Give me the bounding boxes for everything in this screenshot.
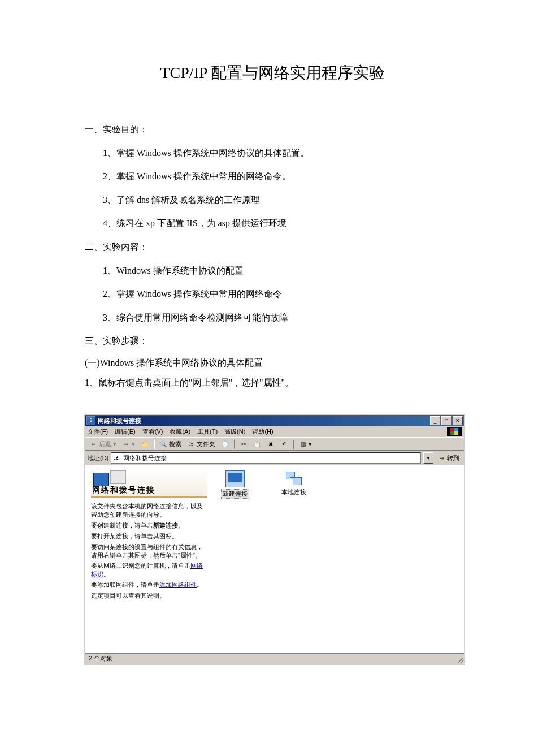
resize-handle[interactable] (456, 656, 463, 663)
left-pane-header: 网络和拨号连接 (91, 468, 207, 498)
addressbar: 地址(D) 🖧 网络和拨号连接 ▼ ➡ 转到 (85, 451, 464, 465)
document-icon (110, 470, 126, 484)
close-button[interactable]: ✕ (453, 416, 463, 425)
statusbar-text: 2 个对象 (89, 654, 112, 663)
s2-item-2: 2、掌握 Windows 操作系统中常用的网络命令 (85, 282, 461, 306)
dropdown-icon: ▾ (113, 440, 116, 448)
add-component-link[interactable]: 添加网络组件 (159, 581, 197, 588)
menu-adv[interactable]: 高级(N) (224, 427, 245, 436)
new-connection-item[interactable]: 新建连接 (217, 470, 253, 499)
s3-sub2: 1、鼠标右键点击桌面上的"网上邻居"，选择"属性"。 (85, 373, 461, 392)
address-label: 地址(D) (88, 454, 108, 463)
address-combobox[interactable]: 🖧 网络和拨号连接 (111, 452, 421, 464)
dropdown-icon: ▾ (132, 440, 135, 448)
section2-heading: 二、实验内容： (85, 235, 461, 259)
views-button[interactable]: ▥▾ (297, 440, 314, 449)
up-button[interactable]: 📁 (139, 440, 150, 449)
left-p4: 要访问某连接的设置与组件的有关信息，请用右键单击其图标，然后单击"属性"。 (91, 543, 207, 560)
left-info-pane: 网络和拨号连接 该文件夹包含本机的网络连接信息，以及帮助您创建新连接的向导。 要… (85, 465, 212, 653)
menu-help[interactable]: 帮助(H) (252, 427, 273, 436)
toolbar: ⬅ 后退 ▾ ➡ ▾ 📁 🔍 搜索 🗂 文件夹 🕘 (85, 438, 464, 451)
delete-button[interactable]: ✖ (265, 440, 276, 449)
menu-edit[interactable]: 编辑(E) (115, 427, 136, 436)
left-p3: 要打开某连接，请单击其图标。 (91, 532, 207, 541)
back-arrow-icon: ⬅ (89, 440, 97, 448)
section3-heading: 三、实验步骤： (85, 329, 461, 353)
statusbar: 2 个对象 (85, 653, 464, 664)
window-title-text: 网络和拨号连接 (98, 417, 430, 425)
move-icon: ✂ (240, 440, 248, 448)
s1-item-4: 4、练习在 xp 下配置 IIS，为 asp 提供运行环境 (85, 211, 461, 235)
dropdown-icon: ▾ (309, 440, 312, 448)
folder-up-icon: 📁 (141, 440, 149, 448)
local-connection-icon (285, 470, 303, 486)
search-icon: 🔍 (159, 440, 167, 448)
s2-item-3: 3、综合使用常用网络命令检测网络可能的故障 (85, 306, 461, 330)
copy-icon: 📋 (253, 440, 261, 448)
back-button[interactable]: ⬅ 后退 ▾ (88, 439, 118, 449)
forward-arrow-icon: ➡ (122, 440, 130, 448)
back-label: 后退 (99, 440, 111, 448)
minimize-button[interactable]: _ (430, 416, 440, 425)
s1-item-2: 2、掌握 Windows 操作系统中常用的网络命令。 (85, 165, 461, 188)
local-connection-label: 本地连接 (281, 488, 306, 496)
menu-view[interactable]: 查看(V) (142, 427, 163, 436)
monitor-icon (93, 473, 109, 486)
history-button[interactable]: 🕘 (219, 440, 231, 449)
address-dropdown-button[interactable]: ▼ (423, 452, 433, 464)
s2-item-1: 1、Windows 操作系统中协议的配置 (85, 259, 461, 283)
window-titlebar[interactable]: 🖧 网络和拨号连接 _ □ ✕ (85, 416, 464, 426)
left-p6: 要添加联网组件，请单击添加网络组件。 (91, 581, 207, 589)
section1-heading: 一、实验目的： (85, 118, 461, 141)
search-button[interactable]: 🔍 搜索 (158, 439, 183, 449)
folders-label: 文件夹 (197, 440, 215, 448)
search-label: 搜索 (169, 440, 181, 448)
menu-fav[interactable]: 收藏(A) (170, 427, 190, 436)
menu-tools[interactable]: 工具(T) (197, 427, 218, 436)
undo-icon: ↶ (280, 440, 288, 448)
history-icon: 🕘 (221, 440, 229, 448)
network-connections-window: 🖧 网络和拨号连接 _ □ ✕ 文件(F) 编辑(E) 查看(V) 收藏(A) … (85, 415, 464, 664)
views-icon: ▥ (299, 440, 307, 448)
left-p7: 选定项目可以查看其说明。 (91, 591, 207, 600)
forward-button[interactable]: ➡ ▾ (120, 440, 137, 449)
go-label: 转到 (447, 454, 459, 463)
address-value: 网络和拨号连接 (123, 454, 167, 463)
copy-button[interactable]: 📋 (251, 440, 263, 449)
s3-sub1: (一)Windows 操作系统中网络协议的具体配置 (85, 353, 461, 373)
left-p1: 该文件夹包含本机的网络连接信息，以及帮助您创建新连接的向导。 (91, 502, 207, 519)
s1-item-3: 3、了解 dns 解析及域名系统的工作原理 (85, 188, 461, 212)
new-connection-label: 新建连接 (221, 489, 249, 499)
maximize-button[interactable]: □ (441, 416, 451, 425)
delete-icon: ✖ (267, 440, 275, 448)
go-icon: ➡ (438, 454, 446, 462)
left-pane-title: 网络和拨号连接 (92, 485, 155, 495)
left-p2: 要创建新连接，请单击新建连接。 (91, 521, 207, 530)
left-p5: 要从网络上识别您的计算机，请单击网络标识。 (91, 561, 207, 578)
window-title-icon: 🖧 (86, 416, 95, 425)
go-button[interactable]: ➡ 转到 (436, 453, 462, 463)
local-connection-item[interactable]: 本地连接 (276, 470, 312, 496)
menubar: 文件(F) 编辑(E) 查看(V) 收藏(A) 工具(T) 高级(N) 帮助(H… (85, 426, 464, 438)
doc-title: TCP/IP 配置与网络实用程序实验 (85, 62, 461, 84)
menu-file[interactable]: 文件(F) (88, 427, 108, 436)
folders-icon: 🗂 (187, 440, 195, 448)
new-connection-icon (225, 470, 245, 487)
s1-item-1: 1、掌握 Windows 操作系统中网络协议的具体配置。 (85, 141, 461, 165)
undo-button[interactable]: ↶ (279, 440, 290, 449)
folders-button[interactable]: 🗂 文件夹 (185, 439, 217, 449)
address-icon: 🖧 (113, 454, 121, 462)
windows-logo-icon (447, 427, 462, 436)
icon-area[interactable]: 新建连接 本地连接 (212, 465, 464, 653)
move-button[interactable]: ✂ (238, 440, 249, 449)
